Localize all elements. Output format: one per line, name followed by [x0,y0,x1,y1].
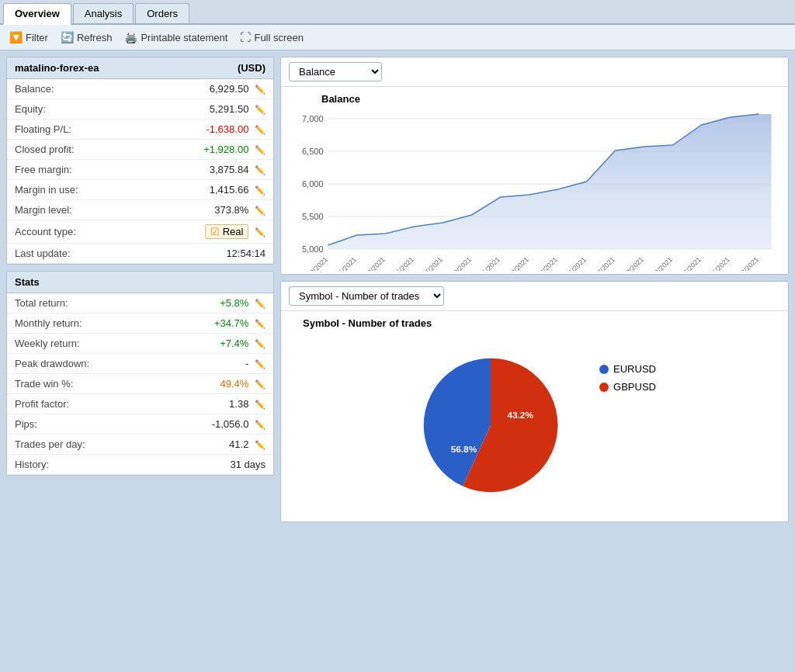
table-row: Balance: 6,929.50 ✏️ [7,79,273,99]
svg-text:5/25/2021: 5/25/2021 [388,255,415,271]
trades-per-day-label: Trades per day: [7,435,158,455]
account-type-edit-icon[interactable]: ✏️ [255,227,266,237]
history-label: History: [7,455,158,475]
stats-title: Stats [15,276,40,288]
tab-orders[interactable]: Orders [135,3,189,23]
equity-label: Equity: [7,99,141,120]
trade-win-value: 49.4% ✏️ [158,374,273,394]
margin-level-label: Margin level: [7,200,141,220]
trade-win-edit-icon[interactable]: ✏️ [255,379,266,389]
toolbar: 🔽 Filter 🔄 Refresh 🖨️ Printable statemen… [0,25,795,50]
stats-table: Total return: +5.8% ✏️ Monthly return: +… [7,293,273,475]
table-row: History: 31 days [7,455,273,475]
total-return-edit-icon[interactable]: ✏️ [255,299,266,308]
account-table: Balance: 6,929.50 ✏️ Equity: 5,291.50 ✏️… [7,79,273,264]
closed-edit-icon[interactable]: ✏️ [255,145,266,154]
stats-header: Stats [7,272,273,293]
margin-level-edit-icon[interactable]: ✏️ [255,206,266,215]
table-row: Total return: +5.8% ✏️ [7,293,273,313]
table-row: Monthly return: +34.7% ✏️ [7,313,273,334]
eurusd-legend-dot [599,365,609,374]
monthly-return-edit-icon[interactable]: ✏️ [255,319,266,328]
table-row: Weekly return: +7.4% ✏️ [7,334,273,354]
last-update-label: Last update: [7,244,141,264]
balance-chart-title: Balance [321,93,779,105]
profit-factor-edit-icon[interactable]: ✏️ [255,400,266,409]
svg-text:6/4/2021: 6/4/2021 [534,255,559,271]
account-type-value: ☑ Real ✏️ [141,220,273,244]
table-row: Trade win %: 49.4% ✏️ [7,374,273,394]
equity-edit-icon[interactable]: ✏️ [255,105,266,114]
pie-chart-title: Symbol - Number of trades [290,317,779,329]
closed-label: Closed profit: [7,140,141,160]
table-row: Margin in use: 1,415.66 ✏️ [7,180,273,200]
peak-drawdown-edit-icon[interactable]: ✏️ [255,359,266,369]
floating-label: Floating P/L: [7,120,141,140]
pips-label: Pips: [7,414,158,435]
pips-edit-icon[interactable]: ✏️ [255,420,266,429]
balance-chart-container: Balance 7,000 6,500 6,000 5,500 5,000 [281,87,788,274]
pie-chart-container: Symbol - Number of trades [281,311,788,521]
balance-edit-icon[interactable]: ✏️ [255,85,266,94]
weekly-return-edit-icon[interactable]: ✏️ [255,339,266,348]
peak-drawdown-label: Peak drawdown: [7,354,158,374]
gbpusd-pct-label: 56.8% [451,444,477,455]
balance-chart-svg: 7,000 6,500 6,000 5,500 5,000 [290,108,779,271]
table-row: Peak drawdown: - ✏️ [7,354,273,374]
fullscreen-button[interactable]: ⛶ Full screen [240,31,304,43]
pie-chart-area: 43.2% 56.8% EURUSD [290,335,779,515]
table-row: Free margin: 3,875.84 ✏️ [7,160,273,180]
balance-chart-select[interactable]: Balance [289,62,382,81]
account-name: matalino-forex-ea [15,62,99,74]
svg-text:6/6/2021: 6/6/2021 [563,255,588,271]
svg-text:6/18/2021: 6/18/2021 [733,255,760,271]
pie-chart-select-row: Symbol - Number of trades [281,282,788,311]
legend-item-eurusd: EURUSD [599,363,656,375]
floating-edit-icon[interactable]: ✏️ [255,125,266,134]
refresh-button[interactable]: 🔄 Refresh [61,31,113,43]
trades-per-day-value: 41.2 ✏️ [158,435,273,455]
floating-value: -1,638.00 ✏️ [141,120,273,140]
filter-button[interactable]: 🔽 Filter [9,31,48,43]
account-currency: (USD) [238,62,266,74]
table-row: Account type: ☑ Real ✏️ [7,220,273,244]
legend-item-gbpusd: GBPUSD [599,381,656,393]
margin-level-value: 373.8% ✏️ [141,200,273,220]
gbpusd-legend-label: GBPUSD [613,381,656,393]
eurusd-pct-label: 43.2% [508,410,534,421]
main-content: matalino-forex-ea (USD) Balance: 6,929.5… [0,50,795,528]
tab-analysis[interactable]: Analysis [73,3,134,23]
trades-per-day-edit-icon[interactable]: ✏️ [255,440,266,449]
pie-chart-select[interactable]: Symbol - Number of trades [289,286,444,306]
svg-text:5/23/2021: 5/23/2021 [359,255,387,271]
margin-in-use-value: 1,415.66 ✏️ [141,180,273,200]
svg-text:6/10/2021: 6/10/2021 [618,255,645,271]
table-row: Floating P/L: -1,638.00 ✏️ [7,120,273,140]
svg-text:5/31/2021: 5/31/2021 [474,255,502,271]
svg-text:5/27/2021: 5/27/2021 [417,255,444,271]
svg-text:5/29/2021: 5/29/2021 [446,255,473,271]
tab-overview[interactable]: Overview [3,3,71,25]
fullscreen-label: Full screen [254,32,304,43]
total-return-label: Total return: [7,293,158,313]
peak-drawdown-value: - ✏️ [158,354,273,374]
svg-text:5,000: 5,000 [302,244,324,254]
account-header: matalino-forex-ea (USD) [7,57,273,79]
right-panel: Balance Balance 7,000 6,500 6,000 5,500 … [280,57,789,522]
trade-win-label: Trade win %: [7,374,158,394]
table-row: Trades per day: 41.2 ✏️ [7,435,273,455]
account-type-label: Account type: [7,220,141,244]
eurusd-legend-label: EURUSD [613,363,656,375]
account-card: matalino-forex-ea (USD) Balance: 6,929.5… [6,57,274,265]
table-row: Closed profit: +1,928.00 ✏️ [7,140,273,160]
pips-value: -1,056.0 ✏️ [158,414,273,435]
monthly-return-label: Monthly return: [7,313,158,334]
svg-text:6/12/2021: 6/12/2021 [647,255,674,271]
free-margin-edit-icon[interactable]: ✏️ [255,165,266,175]
table-row: Last update: 12:54:14 [7,244,273,264]
printable-button[interactable]: 🖨️ Printable statement [124,31,227,43]
margin-in-use-edit-icon[interactable]: ✏️ [255,185,266,195]
svg-text:5,500: 5,500 [302,212,324,221]
svg-text:5/21/2021: 5/21/2021 [331,255,358,271]
svg-text:6/14/2021: 6/14/2021 [675,255,703,271]
